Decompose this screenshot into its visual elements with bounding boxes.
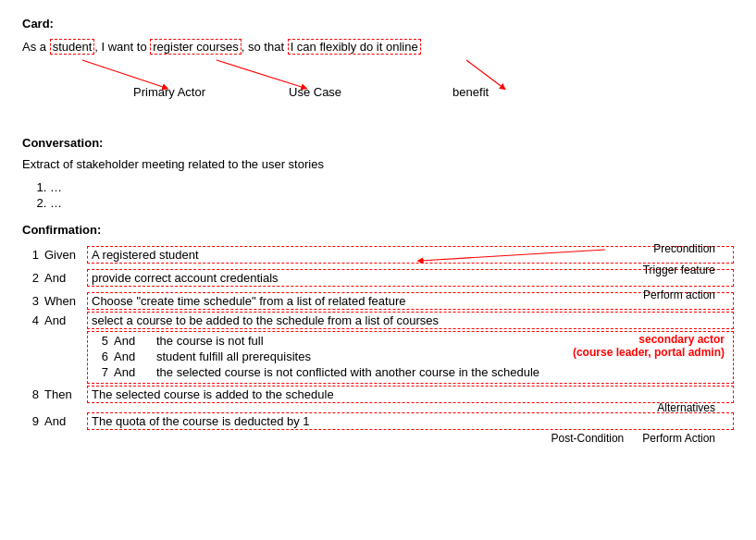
row-content-2: provide correct account credentials (87, 269, 734, 287)
conf-row-2: 2 And provide correct account credential… (22, 269, 734, 287)
conversation-label: Conversation: (22, 136, 103, 150)
post-condition-annotation: Post-Condition (552, 432, 625, 445)
secondary-actor-label: secondary actor (573, 333, 725, 346)
svg-line-2 (466, 60, 503, 88)
row-num-5: 5 (92, 334, 108, 348)
row-keyword-4: And (44, 313, 87, 327)
secondary-actor-detail: (course leader, portal admin) (573, 346, 725, 359)
row-keyword-3: When (44, 294, 87, 308)
trigger-annotation-wrapper: Trigger feature (22, 265, 734, 269)
rows-5-7-wrapper: 5 And the course is not full 6 And stude… (22, 331, 734, 384)
perform-action2-annotation: Perform Action (642, 432, 715, 445)
svg-line-1 (217, 60, 304, 88)
secondary-actor-annotation: secondary actor (course leader, portal a… (573, 333, 725, 359)
bottom-annotations: Post-Condition Perform Action (22, 432, 734, 445)
row-keyword-8: Then (44, 387, 87, 401)
conf-row-7: 7 And the selected course is not conflic… (92, 365, 729, 379)
row-num-8: 8 (22, 387, 39, 401)
row-num-6: 6 (92, 350, 108, 363)
row-keyword-6: And (114, 350, 156, 363)
row-num-2: 2 (22, 271, 39, 285)
confirmation-section: Confirmation: (22, 223, 734, 237)
perform-action-annotation-wrapper: Perform action (22, 288, 734, 290)
list-item-2: … (50, 196, 734, 210)
conversation-section: Conversation: (22, 136, 734, 150)
extract-section: Extract of stakeholder meeting related t… (22, 157, 734, 171)
row-num-3: 3 (22, 294, 39, 308)
row-content-8: The selected course is added to the sche… (87, 386, 734, 403)
list-section: … … (22, 180, 734, 210)
confirmation-label: Confirmation: (22, 223, 101, 237)
conf-row-3: 3 When Choose "create time schedule" fro… (22, 292, 734, 310)
conf-row-9: 9 And The quota of the course is deducte… (22, 412, 734, 430)
alternatives-wrapper: Alternatives (22, 405, 734, 409)
extract-text: Extract of stakeholder meeting related t… (22, 157, 324, 171)
row-content-7: the selected course is not conflicted wi… (156, 365, 729, 379)
svg-line-0 (82, 60, 166, 88)
card-label: Card: (22, 17, 54, 31)
row-keyword-9: And (44, 414, 87, 428)
card-section: Card: (22, 17, 734, 31)
story-arrows-svg (22, 53, 670, 101)
row-keyword-2: And (44, 271, 87, 285)
row-keyword-5: And (114, 334, 156, 348)
row-num-4: 4 (22, 313, 39, 327)
row-num-7: 7 (92, 365, 108, 379)
perform-action-annotation: Perform action (643, 288, 715, 301)
svg-line-3 (420, 250, 605, 261)
row-content-4: select a course to be added to the sched… (87, 312, 734, 329)
row-num-9: 9 (22, 414, 39, 428)
conf-row-4: 4 And select a course to be added to the… (22, 312, 734, 329)
conf-rows: 1 Given A registered student Trigger fea… (22, 246, 734, 445)
story-area: As a student, I want to register courses… (22, 36, 734, 99)
confirmation-table-wrapper: Precondition 1 Given A registered studen… (22, 246, 734, 445)
row-content-3: Choose "create time schedule" from a lis… (87, 292, 734, 310)
row-keyword-7: And (114, 365, 156, 379)
conf-row-8: 8 Then The selected course is added to t… (22, 386, 734, 403)
trigger-annotation: Trigger feature (643, 264, 715, 276)
alternatives-annotation: Alternatives (657, 401, 715, 414)
row-content-9: The quota of the course is deducted by 1 (87, 412, 734, 430)
list-item-1: … (50, 180, 734, 194)
precondition-arrow (22, 246, 756, 264)
